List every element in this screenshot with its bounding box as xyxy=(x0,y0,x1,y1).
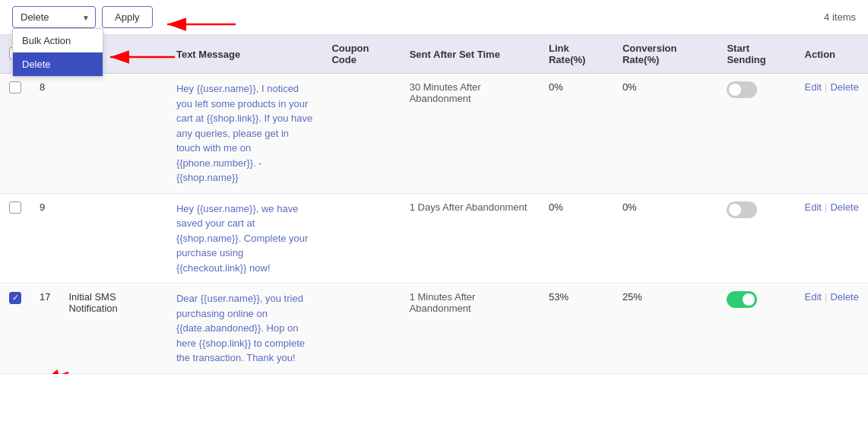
table-header-row: ID Name Text Message Coupon Code Sent Af… xyxy=(0,35,868,74)
row-link-rate: 53% xyxy=(540,284,613,374)
action-divider: | xyxy=(825,291,827,303)
table-row: 8Hey {{user.name}}, I noticed you left s… xyxy=(0,74,868,194)
row-text-message: Hey {{user.name}}, I noticed you left so… xyxy=(167,74,322,194)
row-toggle-cell xyxy=(718,284,795,374)
bulk-action-select[interactable]: Delete xyxy=(12,6,96,28)
row-checkbox-cell xyxy=(0,74,30,194)
edit-link[interactable]: Edit xyxy=(805,81,822,93)
action-divider: | xyxy=(825,81,827,93)
row-link-rate: 0% xyxy=(540,193,613,284)
row-checkbox-cell xyxy=(0,284,30,374)
edit-link[interactable]: Edit xyxy=(805,201,822,213)
toggle-circle xyxy=(743,293,755,306)
row-checkbox[interactable] xyxy=(9,292,21,304)
row-sent-after: 1 Days After Abandonment xyxy=(401,193,540,284)
dropdown-item-delete[interactable]: Delete xyxy=(13,52,103,76)
row-checkbox[interactable] xyxy=(9,81,21,94)
row-checkbox-cell xyxy=(0,193,30,284)
action-divider: | xyxy=(825,201,827,213)
row-sent-after: 1 Minutes After Abandonment xyxy=(401,284,540,374)
delete-link[interactable]: Delete xyxy=(830,81,859,93)
row-toggle[interactable] xyxy=(727,81,757,98)
row-action-cell: Edit|Delete xyxy=(796,74,868,194)
row-name xyxy=(59,193,166,284)
delete-link[interactable]: Delete xyxy=(830,291,859,303)
items-count: 4 items xyxy=(824,11,856,23)
delete-link[interactable]: Delete xyxy=(830,201,859,213)
row-name: Initial SMS Notification xyxy=(59,284,166,374)
messages-table: ID Name Text Message Coupon Code Sent Af… xyxy=(0,35,868,374)
toggle-circle xyxy=(729,204,741,216)
row-toggle[interactable] xyxy=(727,201,757,218)
row-conversion-rate: 25% xyxy=(613,284,718,374)
bulk-action-dropdown: Bulk Action Delete xyxy=(12,28,103,77)
row-action-cell: Edit|Delete xyxy=(796,284,868,374)
header-coupon-code: Coupon Code xyxy=(322,35,400,74)
header-sent-after: Sent After Set Time xyxy=(401,35,540,74)
bulk-action-select-wrapper[interactable]: Delete ▼ Bulk Action Delete xyxy=(12,6,96,28)
header-conversion-rate: Conversion Rate(%) xyxy=(613,35,718,74)
table-row: 9Hey {{user.name}}, we have saved your c… xyxy=(0,193,868,284)
row-checkbox[interactable] xyxy=(9,201,21,214)
header-start-sending: Start Sending xyxy=(718,35,795,74)
row-name xyxy=(59,74,166,194)
row-conversion-rate: 0% xyxy=(613,193,718,284)
row-action-cell: Edit|Delete xyxy=(796,193,868,284)
row-coupon-code xyxy=(322,284,400,374)
table-row: 17Initial SMS NotificationDear {{user.na… xyxy=(0,284,868,374)
row-coupon-code xyxy=(322,74,400,194)
main-table-container: ID Name Text Message Coupon Code Sent Af… xyxy=(0,35,868,374)
row-coupon-code xyxy=(322,193,400,284)
edit-link[interactable]: Edit xyxy=(805,291,822,303)
row-id: 17 xyxy=(30,284,59,374)
row-sent-after: 30 Minutes After Abandonment xyxy=(401,74,540,194)
row-toggle[interactable] xyxy=(727,291,757,308)
dropdown-item-bulk-action[interactable]: Bulk Action xyxy=(13,29,103,52)
toggle-circle xyxy=(729,84,741,96)
row-link-rate: 0% xyxy=(540,74,613,194)
row-toggle-cell xyxy=(718,193,795,284)
header-link-rate: Link Rate(%) xyxy=(540,35,613,74)
apply-button[interactable]: Apply xyxy=(102,6,153,28)
row-text-message: Hey {{user.name}}, we have saved your ca… xyxy=(167,193,322,284)
header-text-message: Text Message xyxy=(167,35,322,74)
row-toggle-cell xyxy=(718,74,795,194)
header-action: Action xyxy=(796,35,868,74)
row-id: 8 xyxy=(30,74,59,194)
row-conversion-rate: 0% xyxy=(613,74,718,194)
row-id: 9 xyxy=(30,193,59,284)
row-text-message: Dear {{user.name}}, you tried purchasing… xyxy=(167,284,322,374)
